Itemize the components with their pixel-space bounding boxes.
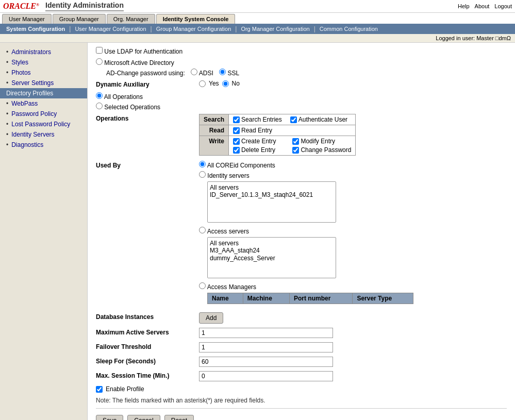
max-active-servers-field bbox=[199, 328, 507, 338]
sidebar-item-password-policy[interactable]: Password Policy bbox=[0, 109, 87, 119]
failover-threshold-label: Failover Threshold bbox=[96, 342, 199, 350]
identity-servers-radio[interactable] bbox=[199, 171, 206, 178]
change-password-label: Change Password bbox=[301, 146, 351, 154]
authenticate-user-checkbox[interactable] bbox=[290, 116, 297, 123]
access-servers-label: Access servers bbox=[207, 228, 249, 235]
access-server-option-3[interactable]: dummy_Access_Server bbox=[210, 255, 334, 262]
am-table-header: Name Machine Port number Server Type bbox=[208, 293, 413, 304]
create-entry-checkbox[interactable] bbox=[233, 138, 240, 145]
logout-link[interactable]: Logout bbox=[494, 3, 512, 9]
tab-identity-system-console[interactable]: Identity System Console bbox=[156, 14, 236, 24]
access-server-option-1[interactable]: All servers bbox=[210, 240, 334, 247]
cancel-button[interactable]: Cancel bbox=[127, 415, 160, 420]
access-servers-radio[interactable] bbox=[199, 227, 206, 233]
access-server-option-2[interactable]: M3_AAA_staqh24 bbox=[210, 247, 334, 254]
change-password-check: Change Password bbox=[292, 146, 351, 154]
ad-change-label: AD-Change password using: bbox=[106, 70, 185, 77]
read-entry-checkbox[interactable] bbox=[233, 127, 240, 134]
ssl-radio[interactable] bbox=[219, 69, 226, 75]
access-managers-table: Name Machine Port number Server Type bbox=[207, 293, 413, 304]
all-coreid-row: All COREid Components bbox=[199, 161, 507, 169]
yes-label: Yes bbox=[209, 80, 219, 87]
sleep-for-input[interactable] bbox=[199, 357, 333, 367]
sidebar: Administrators Styles Photos Server Sett… bbox=[0, 43, 88, 420]
used-by-field: All COREid Components Identity servers A… bbox=[199, 161, 507, 308]
max-active-servers-input[interactable] bbox=[199, 328, 333, 338]
read-label: Read bbox=[200, 125, 229, 136]
tab-group-manager[interactable]: Group Manager bbox=[53, 14, 106, 24]
subnav-org-manager-config[interactable]: Org Manager Configuration bbox=[237, 25, 313, 33]
nav-tabs: User Manager Group Manager Org. Manager … bbox=[0, 13, 515, 24]
top-bar: ORACLE® Identity Administration Help Abo… bbox=[0, 0, 515, 13]
database-instances-label: Database Instances bbox=[96, 312, 199, 321]
sidebar-item-administrators[interactable]: Administrators bbox=[0, 47, 87, 57]
max-session-input[interactable] bbox=[199, 371, 333, 381]
add-button[interactable]: Add bbox=[199, 312, 223, 324]
about-link[interactable]: About bbox=[475, 3, 490, 9]
save-button[interactable]: Save bbox=[96, 415, 123, 420]
yes-radio[interactable] bbox=[199, 80, 206, 87]
sidebar-item-identity-servers[interactable]: Identity Servers bbox=[0, 129, 87, 140]
write-ops-col1: Create Entry Delete Entry bbox=[233, 138, 276, 154]
subnav-user-manager-config[interactable]: User Manager Configuration bbox=[71, 25, 150, 33]
ms-ad-radio[interactable] bbox=[96, 58, 103, 65]
create-entry-check: Create Entry bbox=[233, 138, 276, 145]
am-table-container: Name Machine Port number Server Type bbox=[207, 293, 507, 304]
sidebar-item-diagnostics[interactable]: Diagnostics bbox=[0, 140, 87, 150]
selected-operations-radio[interactable] bbox=[96, 103, 103, 109]
ssl-label: SSL bbox=[227, 70, 239, 77]
write-ops-row: Write Create Entry bbox=[200, 136, 356, 156]
all-operations-radio[interactable] bbox=[96, 92, 103, 99]
ms-ad-row: Microsoft Active Directory bbox=[96, 58, 507, 66]
subnav-system-config[interactable]: System Configuration bbox=[2, 25, 69, 33]
write-label: Write bbox=[200, 136, 229, 156]
identity-servers-row: Identity servers bbox=[199, 171, 507, 179]
change-password-checkbox[interactable] bbox=[292, 147, 299, 154]
identity-server-option-2[interactable]: ID_Server_10.1.3_M3_staqh24_6021 bbox=[210, 191, 334, 198]
dynamic-auxiliary-row: Dynamic Auxiliary Yes No bbox=[96, 80, 507, 88]
help-link[interactable]: Help bbox=[458, 3, 470, 9]
sidebar-item-webpass[interactable]: WebPass bbox=[0, 98, 87, 109]
reset-button[interactable]: Reset bbox=[164, 415, 194, 420]
sidebar-item-lost-password-policy[interactable]: Lost Password Policy bbox=[0, 119, 87, 129]
ms-ad-label: Microsoft Active Directory bbox=[104, 59, 174, 66]
sidebar-item-directory-profiles[interactable]: Directory Profiles bbox=[0, 88, 87, 98]
failover-threshold-input[interactable] bbox=[199, 342, 333, 352]
sidebar-item-styles[interactable]: Styles bbox=[0, 57, 87, 68]
tab-user-manager[interactable]: User Manager bbox=[2, 14, 52, 24]
no-radio[interactable] bbox=[222, 80, 229, 87]
adsi-radio[interactable] bbox=[191, 69, 197, 75]
enable-profile-label: Enable Profile bbox=[106, 385, 144, 393]
all-coreid-radio[interactable] bbox=[199, 161, 206, 167]
sleep-for-field bbox=[199, 357, 507, 367]
bottom-buttons: Save Cancel Reset bbox=[96, 415, 507, 420]
enable-profile-checkbox[interactable] bbox=[96, 386, 103, 393]
access-servers-listbox[interactable]: All servers M3_AAA_staqh24 dummy_Access_… bbox=[207, 237, 336, 278]
dynamic-auxiliary-field: Yes No bbox=[199, 80, 507, 88]
identity-servers-listbox[interactable]: All servers ID_Server_10.1.3_M3_staqh24_… bbox=[207, 181, 336, 223]
operations-field: Search Search Entries Authenticate User bbox=[199, 114, 507, 156]
content: Use LDAP for Authentication Microsoft Ac… bbox=[88, 43, 515, 420]
modify-entry-checkbox[interactable] bbox=[292, 138, 299, 145]
subnav-common-config[interactable]: Common Configuration bbox=[315, 25, 382, 33]
all-operations-label: All Operations bbox=[104, 93, 143, 100]
selected-operations-row: Selected Operations bbox=[96, 103, 507, 111]
identity-server-option-1[interactable]: All servers bbox=[210, 184, 334, 191]
search-entries-checkbox[interactable] bbox=[233, 116, 240, 123]
subnav-group-manager-config[interactable]: Group Manager Configuration bbox=[152, 25, 236, 33]
tab-org-manager[interactable]: Org. Manager bbox=[107, 14, 155, 24]
modify-entry-label: Modify Entry bbox=[301, 138, 335, 145]
write-ops-cell: Create Entry Delete Entry bbox=[229, 136, 356, 156]
search-entries-check: Search Entries bbox=[233, 116, 282, 123]
no-label: No bbox=[232, 80, 240, 87]
sidebar-item-server-settings[interactable]: Server Settings bbox=[0, 78, 87, 88]
access-managers-radio[interactable] bbox=[199, 282, 206, 289]
max-active-servers-row: Maximum Active Servers bbox=[96, 328, 507, 338]
used-by-row: Used By All COREid Components Identity s… bbox=[96, 161, 507, 308]
use-ldap-checkbox[interactable] bbox=[96, 47, 103, 54]
sidebar-item-photos[interactable]: Photos bbox=[0, 68, 87, 78]
max-session-label: Max. Session Time (Min.) bbox=[96, 371, 199, 379]
delete-entry-checkbox[interactable] bbox=[233, 147, 240, 154]
adsi-label: ADSI bbox=[199, 70, 213, 77]
all-operations-row: All Operations bbox=[96, 92, 507, 100]
